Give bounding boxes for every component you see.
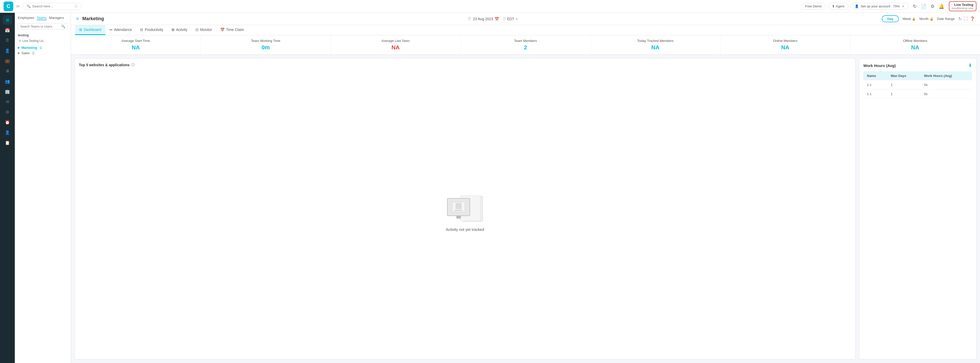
document-icon[interactable]: 📄 (921, 3, 926, 9)
stat-team-members-value: 2 (465, 44, 586, 51)
search-bar[interactable]: 🔍 ⓘ (23, 3, 82, 10)
user-item-live-testing[interactable]: Live Testing Liv.. (18, 38, 68, 43)
header-help-icon[interactable]: ❓ (970, 16, 975, 21)
left-panel: Employees Teams Managers 🔍 testing Live … (15, 13, 71, 363)
page-title: Marketing (83, 16, 104, 21)
refresh-icon[interactable]: ↻ (913, 3, 917, 9)
sidebar-item-schedule[interactable]: 🗓 (3, 36, 12, 45)
sidebar-item-teams[interactable]: 👥 (3, 77, 12, 86)
sales-badge: 2 (32, 52, 35, 55)
tab-time-claim-icon: 📅 (220, 27, 224, 32)
stat-offline-members: Offline Members NA (850, 35, 980, 54)
stat-offline-members-label: Offline Members (854, 39, 976, 43)
icon-sidebar: ⊞ 📅 🗓 👤 💼 🖥 👥 🏢 ✉ ⚙ ⏰ 👤 📋 (0, 13, 15, 363)
day-button[interactable]: Day (882, 15, 899, 22)
team-group-marketing: ▶ Marketing 1 (18, 46, 68, 50)
screen-content (452, 202, 465, 212)
panel-search[interactable]: 🔍 (18, 23, 68, 30)
agent-button[interactable]: ⬆ Agent (828, 3, 848, 10)
user-setup-icon: 👤 (855, 4, 859, 8)
panel-search-icon: 🔍 (61, 24, 65, 28)
header-expand-icon[interactable]: ⛶ (964, 16, 968, 21)
setup-account-button[interactable]: 👤 Set up your account : 75% ▼ (851, 3, 908, 10)
date-display: ⏱ 23 Aug 2023 📅 (468, 17, 499, 21)
gear-icon[interactable]: ⚙ (931, 3, 935, 9)
row1-man-days: 1 (887, 80, 920, 90)
setup-chevron-icon: ▼ (902, 5, 904, 8)
tab-dashboard-icon: ⊞ (79, 27, 82, 32)
timezone-label: EDT (507, 17, 514, 21)
month-button[interactable]: Month 🔒 (919, 17, 933, 21)
tabs-row: ⊞ Dashboard ⇌ Attendance ⊟ Productivity … (71, 25, 980, 35)
sidebar-item-calendar[interactable]: 📅 (3, 26, 12, 35)
sales-tree-item[interactable]: ▶ Sales 2 (18, 51, 68, 55)
main-area: ≡ Marketing ⏱ 23 Aug 2023 📅 ⏱ EDT ▼ Day … (71, 13, 980, 363)
date-range-button[interactable]: Date Range (937, 17, 955, 21)
sidebar-item-alarm[interactable]: ⏰ (3, 118, 12, 127)
marketing-tree-item[interactable]: ▶ Marketing 1 (18, 46, 68, 50)
timezone-selector[interactable]: ⏱ EDT ▼ (503, 17, 518, 21)
download-icon[interactable]: ⬇ (968, 62, 972, 68)
user-status-dot (19, 40, 21, 42)
timezone-clock-icon: ⏱ (503, 17, 506, 21)
work-hours-header: Work Hours (Avg) ⬇ (863, 62, 972, 68)
empty-state-text: Activity not yet tracked (446, 227, 484, 232)
panel-tabs: Employees Teams Managers (18, 16, 68, 20)
top-bar: C ≫ 🔍 ⓘ Free Demo ⬆ Agent 👤 Set up your … (0, 0, 980, 13)
sidebar-item-org[interactable]: 🏢 (3, 87, 12, 96)
tab-monitor-icon: ⊡ (196, 27, 199, 32)
free-demo-button[interactable]: Free Demo (801, 3, 826, 10)
col-name: Name (863, 71, 887, 80)
screen-stand (456, 216, 461, 219)
tab-time-claim[interactable]: 📅 Time Claim (216, 25, 248, 35)
panel-search-input[interactable] (20, 25, 61, 28)
content-header: ≡ Marketing ⏱ 23 Aug 2023 📅 ⏱ EDT ▼ Day … (71, 13, 980, 25)
stat-today-tracked-label: Today Tracked Members (595, 39, 716, 43)
tab-teams[interactable]: Teams (37, 16, 46, 20)
sidebar-item-user[interactable]: 👤 (3, 46, 12, 55)
user-profile-button[interactable]: Live Testing live@testing.com (949, 1, 977, 11)
row2-name: 1 1 (863, 90, 887, 99)
date-text: 23 Aug 2023 (473, 17, 493, 21)
stat-working-time-label: Team Working Time (205, 39, 326, 43)
sales-label: Sales (21, 51, 30, 55)
chart-empty-state: Activity not yet tracked (79, 71, 851, 355)
info-icon: ⓘ (75, 4, 78, 9)
sidebar-item-report[interactable]: 📋 (3, 138, 12, 147)
main-body: Top 5 websites & applications ⓘ (71, 55, 980, 363)
tab-productivity-icon: ⊟ (140, 27, 143, 32)
expand-icon[interactable]: ≫ (16, 4, 20, 9)
sidebar-item-settings[interactable]: ⚙ (3, 107, 12, 117)
sidebar-item-dashboard[interactable]: ⊞ (3, 15, 12, 24)
chart-info-icon: ⓘ (131, 62, 135, 67)
tab-dashboard[interactable]: ⊞ Dashboard (75, 25, 105, 35)
tab-activity[interactable]: ⊠ Activity (167, 25, 191, 35)
sidebar-item-monitor[interactable]: 🖥 (3, 66, 12, 76)
stat-working-time: Team Working Time 0m (201, 35, 331, 54)
tab-managers[interactable]: Managers (49, 16, 64, 20)
sidebar-item-profile[interactable]: 👤 (3, 128, 12, 137)
sidebar-item-mail[interactable]: ✉ (3, 97, 12, 106)
chart-panel: Top 5 websites & applications ⓘ (75, 58, 856, 360)
table-row: 1 1 1 0s (863, 80, 972, 90)
stat-avg-start: Average Start Time NA (71, 35, 201, 54)
tab-employees[interactable]: Employees (18, 16, 34, 20)
stat-avg-start-value: NA (75, 44, 197, 51)
bell-icon[interactable]: 🔔 (939, 3, 944, 9)
marketing-arrow-icon: ▶ (18, 46, 20, 50)
search-input[interactable] (32, 4, 73, 8)
tab-productivity[interactable]: ⊟ Productivity (136, 25, 167, 35)
main-screen (447, 198, 470, 216)
sidebar-item-work[interactable]: 💼 (3, 56, 12, 66)
user-email: live@testing.com (952, 6, 974, 10)
stat-avg-last-seen-value: NA (335, 44, 456, 51)
marketing-label: Marketing (21, 46, 37, 50)
timezone-chevron-icon: ▼ (515, 18, 518, 21)
stats-row: Average Start Time NA Team Working Time … (71, 35, 980, 55)
tab-monitor[interactable]: ⊡ Monitor (191, 25, 216, 35)
week-button[interactable]: Week 🔒 (902, 17, 916, 21)
tab-attendance[interactable]: ⇌ Attendance (105, 25, 136, 35)
app-logo: C (3, 2, 13, 11)
header-refresh-icon[interactable]: ↻ (958, 16, 962, 21)
col-man-days: Man Days (887, 71, 920, 80)
